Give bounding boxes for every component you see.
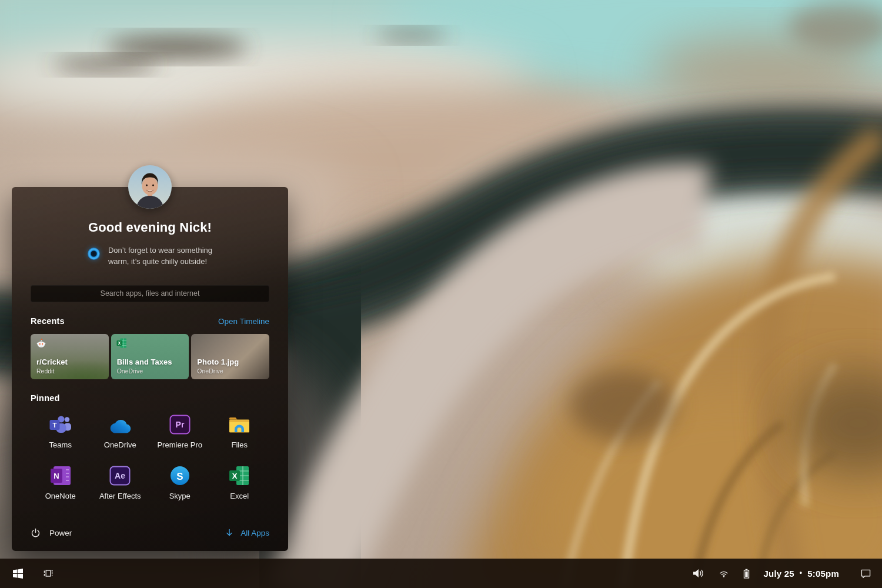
taskbar-left	[9, 568, 54, 579]
excel-icon: X	[116, 338, 127, 349]
app-skype[interactable]: S Skype	[150, 463, 210, 500]
svg-text:S: S	[176, 470, 183, 482]
wifi-button[interactable]	[719, 569, 729, 578]
time-label: 5:05pm	[807, 569, 839, 579]
task-view-icon	[43, 568, 54, 579]
action-center-button[interactable]	[860, 569, 871, 579]
volume-button[interactable]	[693, 569, 704, 578]
app-label: Teams	[49, 440, 72, 449]
assistant-message-row: Don’t forget to wear something warm, it’…	[31, 245, 269, 268]
reddit-icon	[36, 338, 46, 349]
date-label: July 25	[764, 569, 794, 579]
app-onenote[interactable]: N OneNote	[31, 463, 91, 500]
clock[interactable]: July 25 • 5:05pm	[764, 569, 839, 579]
app-label: Skype	[169, 492, 191, 500]
recents-cards: r/Cricket Reddit X Bills and Taxes OneDr…	[31, 334, 269, 379]
app-premiere-pro[interactable]: Pr Premiere Pro	[150, 412, 210, 449]
date-time-separator: •	[800, 569, 802, 577]
pinned-title: Pinned	[31, 393, 60, 403]
recents-title: Recents	[31, 316, 65, 326]
svg-text:N: N	[54, 472, 59, 480]
start-menu-footer: Power All Apps	[31, 524, 269, 542]
svg-text:Pr: Pr	[175, 420, 184, 429]
app-label: OneNote	[45, 492, 76, 500]
app-label: Premiere Pro	[157, 440, 202, 449]
cortana-icon[interactable]	[88, 248, 100, 260]
app-label: After Effects	[99, 492, 141, 500]
user-avatar[interactable]	[128, 165, 172, 209]
app-onedrive[interactable]: OneDrive	[91, 412, 151, 449]
down-arrow-icon	[225, 529, 233, 537]
teams-icon: T	[49, 412, 72, 435]
battery-icon	[743, 569, 750, 579]
system-tray: July 25 • 5:05pm	[693, 569, 873, 579]
search-bar	[31, 285, 269, 302]
svg-text:Ae: Ae	[115, 471, 125, 480]
all-apps-label: All Apps	[240, 529, 269, 537]
onenote-icon: N	[50, 463, 71, 486]
assistant-message: Don’t forget to wear something warm, it’…	[108, 245, 212, 268]
recent-card-title: r/Cricket	[36, 358, 103, 366]
svg-text:X: X	[232, 472, 238, 480]
assistant-message-line1: Don’t forget to wear something	[108, 246, 212, 255]
app-label: Files	[232, 440, 248, 449]
app-excel[interactable]: X Excel	[210, 463, 270, 500]
notification-icon	[860, 569, 871, 579]
power-label: Power	[49, 529, 72, 537]
recent-card-reddit[interactable]: r/Cricket Reddit	[31, 334, 109, 379]
start-button[interactable]	[13, 569, 23, 579]
open-timeline-link[interactable]: Open Timeline	[218, 317, 269, 326]
recent-card-subtitle: Reddit	[36, 368, 103, 375]
skype-icon: S	[170, 463, 190, 486]
svg-text:X: X	[118, 341, 121, 345]
recent-card-photo[interactable]: Photo 1.jpg OneDrive	[191, 334, 269, 379]
recent-card-title: Photo 1.jpg	[197, 358, 263, 366]
excel-icon: X	[229, 463, 250, 486]
avatar-illustration	[128, 165, 172, 209]
app-teams[interactable]: T Teams	[31, 412, 91, 449]
volume-icon	[693, 569, 704, 578]
task-view-button[interactable]	[43, 568, 54, 579]
assistant-message-line2: warm, it’s quite chilly outside!	[108, 257, 207, 266]
svg-text:T: T	[52, 422, 56, 429]
power-icon	[31, 528, 41, 538]
onedrive-icon	[108, 412, 132, 435]
recent-card-title: Bills and Taxes	[117, 358, 183, 366]
wifi-icon	[719, 569, 729, 578]
recent-card-subtitle: OneDrive	[117, 368, 183, 375]
windows-logo-icon	[13, 569, 23, 579]
recent-card-subtitle: OneDrive	[197, 368, 263, 375]
battery-button[interactable]	[743, 569, 750, 579]
power-button[interactable]: Power	[31, 528, 72, 538]
all-apps-button[interactable]: All Apps	[225, 529, 269, 537]
app-after-effects[interactable]: Ae After Effects	[91, 463, 151, 500]
files-icon	[228, 412, 250, 435]
after-effects-icon: Ae	[109, 463, 131, 486]
app-label: Excel	[230, 492, 249, 500]
pinned-app-grid: T Teams OneDrive Pr	[31, 412, 269, 500]
start-menu-panel: Good evening Nick! Don’t forget to wear …	[12, 187, 288, 551]
premiere-pro-icon: Pr	[169, 412, 191, 435]
taskbar: July 25 • 5:05pm	[0, 559, 882, 588]
search-input[interactable]	[31, 285, 269, 302]
app-label: OneDrive	[104, 440, 136, 449]
app-files[interactable]: Files	[210, 412, 270, 449]
recent-card-bills[interactable]: X Bills and Taxes OneDrive	[111, 334, 189, 379]
